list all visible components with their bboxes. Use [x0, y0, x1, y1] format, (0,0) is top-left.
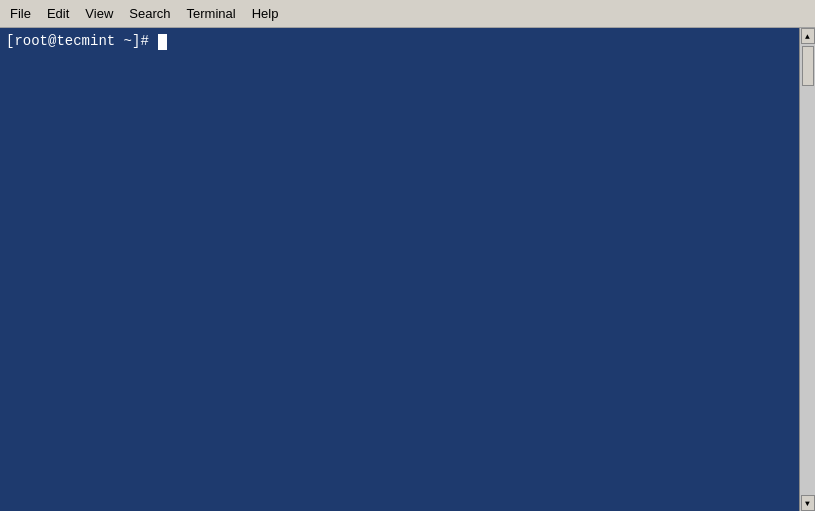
terminal-prompt-line: [root@tecmint ~]#: [6, 32, 809, 52]
menu-edit[interactable]: Edit: [39, 3, 77, 24]
menu-view[interactable]: View: [77, 3, 121, 24]
scrollbar-thumb[interactable]: [802, 46, 814, 86]
terminal-area[interactable]: [root@tecmint ~]# ▲ ▼: [0, 28, 815, 511]
terminal-prompt: [root@tecmint ~]#: [6, 32, 157, 52]
menu-search[interactable]: Search: [121, 3, 178, 24]
scrollbar-up-button[interactable]: ▲: [801, 28, 815, 44]
scrollbar[interactable]: ▲ ▼: [799, 28, 815, 511]
menu-terminal[interactable]: Terminal: [179, 3, 244, 24]
menu-file[interactable]: File: [2, 3, 39, 24]
menubar: File Edit View Search Terminal Help: [0, 0, 815, 28]
terminal-cursor: [158, 34, 167, 50]
menu-help[interactable]: Help: [244, 3, 287, 24]
scrollbar-down-button[interactable]: ▼: [801, 495, 815, 511]
